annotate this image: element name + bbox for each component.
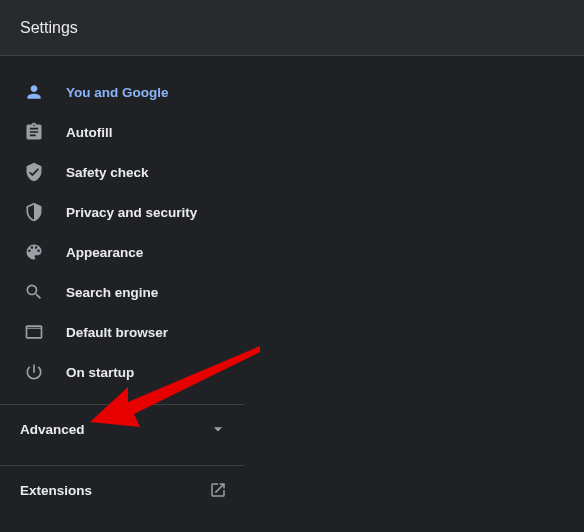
settings-sidebar: You and Google Autofill Safety check Pri… bbox=[0, 56, 244, 532]
section-label: Advanced bbox=[20, 422, 208, 437]
sidebar-item-label: Safety check bbox=[66, 165, 149, 180]
extensions-link[interactable]: Extensions bbox=[0, 466, 244, 514]
sidebar-item-you-and-google[interactable]: You and Google bbox=[0, 72, 244, 112]
sidebar-item-appearance[interactable]: Appearance bbox=[0, 232, 244, 272]
sidebar-item-search-engine[interactable]: Search engine bbox=[0, 272, 244, 312]
sidebar-item-label: Default browser bbox=[66, 325, 168, 340]
palette-icon bbox=[24, 242, 44, 262]
sidebar-item-label: You and Google bbox=[66, 85, 169, 100]
sidebar-item-label: Autofill bbox=[66, 125, 113, 140]
sidebar-item-autofill[interactable]: Autofill bbox=[0, 112, 244, 152]
sidebar-item-safety-check[interactable]: Safety check bbox=[0, 152, 244, 192]
page-title: Settings bbox=[20, 19, 78, 37]
open-in-new-icon bbox=[208, 480, 228, 500]
sidebar-item-default-browser[interactable]: Default browser bbox=[0, 312, 244, 352]
sidebar-item-label: Search engine bbox=[66, 285, 158, 300]
header: Settings bbox=[0, 0, 584, 56]
search-icon bbox=[24, 282, 44, 302]
sidebar-item-label: Appearance bbox=[66, 245, 143, 260]
chevron-down-icon bbox=[208, 419, 228, 439]
section-label: Extensions bbox=[20, 483, 208, 498]
browser-icon bbox=[24, 322, 44, 342]
clipboard-icon bbox=[24, 122, 44, 142]
advanced-section-toggle[interactable]: Advanced bbox=[0, 405, 244, 453]
sidebar-item-label: On startup bbox=[66, 365, 134, 380]
shield-check-icon bbox=[24, 162, 44, 182]
person-icon bbox=[24, 82, 44, 102]
sidebar-item-on-startup[interactable]: On startup bbox=[0, 352, 244, 392]
sidebar-item-label: Privacy and security bbox=[66, 205, 197, 220]
sidebar-item-privacy-and-security[interactable]: Privacy and security bbox=[0, 192, 244, 232]
power-icon bbox=[24, 362, 44, 382]
shield-icon bbox=[24, 202, 44, 222]
about-chrome-link[interactable]: About Chrome bbox=[0, 514, 244, 532]
